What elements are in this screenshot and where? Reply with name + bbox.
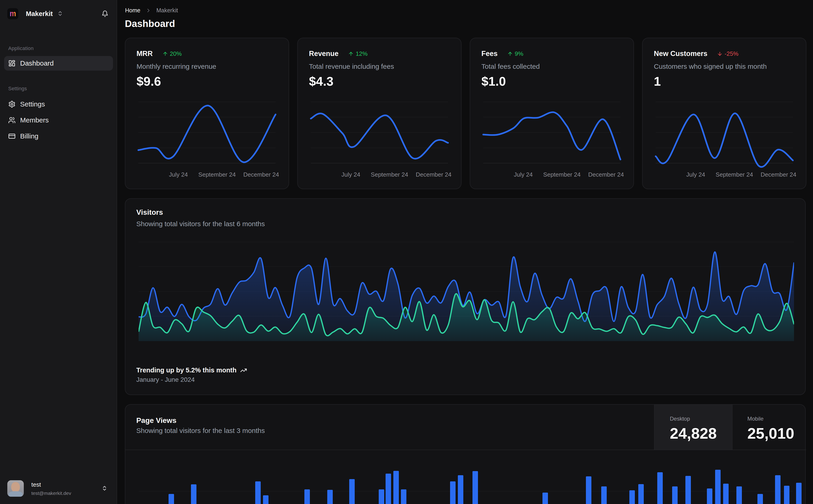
svg-text:m: m (10, 9, 16, 18)
